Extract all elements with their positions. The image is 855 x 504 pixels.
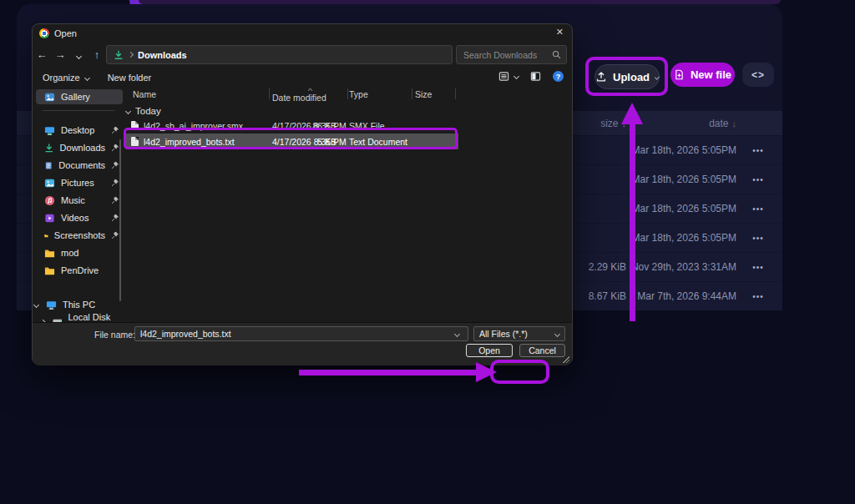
row-date: Mar 18th, 2026 5:05PM xyxy=(632,194,736,223)
row-menu-button[interactable]: ••• xyxy=(748,165,768,194)
organize-button[interactable]: Organize xyxy=(43,73,89,83)
crumb-separator-icon xyxy=(128,52,134,58)
file-name-label: File name: xyxy=(94,330,135,340)
search-box[interactable] xyxy=(456,45,567,64)
sidebar-item-gallery[interactable]: Gallery xyxy=(36,89,123,104)
row-date: Mar 18th, 2026 5:05PM xyxy=(632,224,736,252)
code-editor-button[interactable]: <> xyxy=(742,63,774,87)
sidebar-item-local-disk-c[interactable]: Local Disk (C:) xyxy=(39,315,126,322)
dialog-title-bar[interactable]: Open ✕ xyxy=(33,24,572,42)
pin-icon xyxy=(111,231,119,239)
cancel-button-label: Cancel xyxy=(529,345,556,355)
sidebar-label: Desktop xyxy=(61,125,94,135)
annotation-arrow-right xyxy=(299,370,478,375)
pin-icon xyxy=(111,144,119,152)
sidebar-item-mod[interactable]: mod xyxy=(36,245,123,260)
dialog-navigation-bar: ← → ↑ Downloads xyxy=(33,42,572,68)
pin-icon xyxy=(111,126,119,134)
sidebar-scrollbar[interactable] xyxy=(119,139,121,301)
sidebar-item-videos[interactable]: Videos xyxy=(36,210,123,225)
file-name-input[interactable] xyxy=(134,326,468,341)
annotation-arrow-up xyxy=(630,122,635,321)
open-button[interactable]: Open xyxy=(466,344,513,357)
recent-locations-icon[interactable] xyxy=(69,48,88,61)
sidebar-item-pictures[interactable]: Pictures xyxy=(36,175,123,190)
row-menu-button[interactable]: ••• xyxy=(748,194,768,223)
sidebar-separator xyxy=(43,110,114,111)
sidebar-item-documents[interactable]: Documents xyxy=(36,158,123,173)
column-header-type[interactable]: Type xyxy=(349,88,368,100)
cancel-button[interactable]: Cancel xyxy=(519,344,565,357)
chevron-down-icon xyxy=(554,330,560,336)
annotation-box-open-button xyxy=(490,360,549,384)
column-header-size[interactable]: Size xyxy=(415,88,432,100)
new-file-button[interactable]: New file xyxy=(670,63,735,87)
organize-label: Organize xyxy=(43,73,80,83)
collapse-icon xyxy=(125,108,131,113)
sidebar-item-downloads[interactable]: Downloads xyxy=(36,140,123,155)
column-header-name[interactable]: Name xyxy=(133,88,156,100)
sidebar-item-this-pc[interactable]: This PC xyxy=(33,297,119,312)
search-icon xyxy=(552,50,561,59)
view-mode-button[interactable] xyxy=(498,71,519,82)
pin-icon xyxy=(111,196,119,204)
sidebar-item-desktop[interactable]: Desktop xyxy=(36,123,123,138)
help-icon[interactable]: ? xyxy=(553,71,564,82)
row-menu-button[interactable]: ••• xyxy=(748,224,768,252)
close-icon[interactable]: ✕ xyxy=(556,27,564,38)
sidebar-item-music[interactable]: Music xyxy=(36,193,123,208)
date-column-header[interactable]: date↓ xyxy=(709,111,736,135)
row-menu-button[interactable]: ••• xyxy=(748,282,768,310)
sidebar-label: Local Disk (C:) xyxy=(68,312,123,322)
row-menu-button[interactable]: ••• xyxy=(748,253,768,281)
row-size: 8.67 KiB xyxy=(589,282,626,310)
pin-icon xyxy=(111,179,119,187)
row-menu-button[interactable]: ••• xyxy=(748,136,768,164)
address-bar[interactable]: Downloads xyxy=(106,45,453,64)
open-button-label: Open xyxy=(478,345,500,355)
row-date: Nov 29th, 2023 3:31AM xyxy=(631,253,736,281)
dialog-footer: File name: All Files (*.*) Open Cancel xyxy=(33,322,572,365)
sidebar-item-pendrive[interactable]: PenDrive xyxy=(36,263,123,278)
up-icon[interactable]: ↑ xyxy=(88,48,106,61)
chevron-down-icon[interactable] xyxy=(33,301,39,307)
sidebar-label: This PC xyxy=(63,300,95,310)
file-type-filter[interactable]: All Files (*.*) xyxy=(473,326,565,341)
column-divider xyxy=(455,88,456,99)
row-date: Mar 7th, 2026 9:44AM xyxy=(637,282,736,310)
pin-icon xyxy=(111,161,119,169)
group-header-today[interactable]: Today xyxy=(126,105,161,117)
sidebar-label: PenDrive xyxy=(61,265,99,275)
new-file-button-label: New file xyxy=(691,68,731,81)
open-file-dialog: Open ✕ ← → ↑ Downloads Organ xyxy=(32,23,573,365)
sidebar-label: Documents xyxy=(58,160,105,170)
chevron-down-icon xyxy=(84,74,90,80)
sidebar-label: mod xyxy=(61,248,78,258)
column-divider xyxy=(347,88,348,99)
row-size: 2.29 KiB xyxy=(589,253,626,281)
breadcrumb[interactable]: Downloads xyxy=(138,50,187,60)
annotation-box-selected-file xyxy=(124,128,458,149)
resize-grip[interactable] xyxy=(563,356,569,363)
sidebar-label: Pictures xyxy=(61,178,94,188)
new-folder-button[interactable]: New folder xyxy=(108,73,152,83)
new-folder-label: New folder xyxy=(108,73,152,83)
file-list: Name Date modified Type Size Today l4d2_… xyxy=(126,88,574,322)
group-label: Today xyxy=(135,106,161,116)
sidebar-label: Screenshots xyxy=(54,230,105,240)
sidebar-label: Music xyxy=(61,195,85,205)
dialog-sidebar: Gallery Desktop Downloads Documents Pict… xyxy=(33,88,126,322)
annotation-arrow-up-head xyxy=(621,103,643,124)
search-input[interactable] xyxy=(462,49,552,61)
column-header-date-modified[interactable]: Date modified xyxy=(272,91,326,103)
new-file-icon xyxy=(674,69,685,80)
column-divider xyxy=(412,88,412,99)
forward-icon[interactable]: → xyxy=(51,48,69,61)
preview-pane-icon[interactable] xyxy=(530,71,541,82)
sidebar-item-screenshots[interactable]: Screenshots xyxy=(36,228,123,243)
back-icon[interactable]: ← xyxy=(33,48,51,61)
filter-value: All Files (*.*) xyxy=(479,329,528,339)
sidebar-label: Videos xyxy=(61,213,89,223)
chrome-icon xyxy=(39,28,49,38)
row-date: Mar 18th, 2026 5:05PM xyxy=(632,165,736,194)
